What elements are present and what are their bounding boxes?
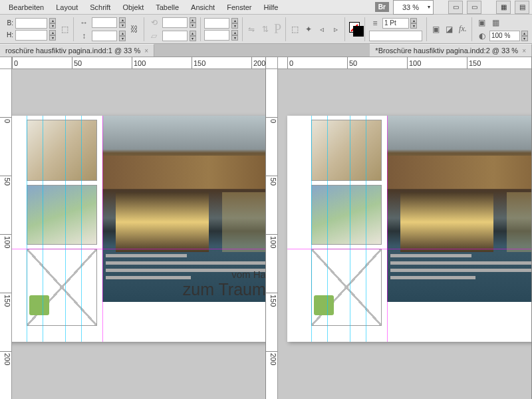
- width-field[interactable]: [15, 18, 47, 29]
- width-stepper[interactable]: ▴▾: [49, 18, 56, 29]
- height-stepper[interactable]: ▴▾: [49, 30, 56, 41]
- menu-objekt[interactable]: Objekt: [116, 1, 150, 13]
- guide[interactable]: [12, 249, 265, 249]
- select-content-icon[interactable]: ✦: [303, 23, 313, 35]
- ruler-horizontal[interactable]: 0 50 100 150 200 250: [12, 57, 265, 69]
- guide[interactable]: [327, 116, 328, 342]
- ruler-vertical[interactable]: 0 50 100 150 200: [0, 69, 12, 399]
- control-bar: B:▴▾ H:▴▾ ⬚ ↔▴▾ ↕▴▾ ⛓ ⟲▴▾ ▱▴▾ ▴▾ ▴▾ ⇋ ⇅ …: [0, 15, 532, 44]
- guide[interactable]: [102, 116, 103, 342]
- flip-h-icon[interactable]: ⇋: [247, 23, 256, 35]
- next-icon[interactable]: ▹: [331, 23, 340, 35]
- shear-icon: ▱: [148, 30, 160, 42]
- shear-field[interactable]: [162, 31, 188, 41]
- guide[interactable]: [350, 116, 350, 342]
- scale-y-field[interactable]: [92, 31, 117, 41]
- rotate-field[interactable]: [162, 17, 188, 28]
- menu-ansicht[interactable]: Ansicht: [185, 1, 221, 13]
- guide[interactable]: [43, 116, 43, 342]
- wrap-icon[interactable]: ▣: [476, 17, 488, 29]
- pane-right: 0 50 100 150 0 50 100 150 200 z: [266, 57, 532, 399]
- constrain-icon[interactable]: ⬚: [60, 23, 69, 35]
- scale-x-icon: ↔: [78, 17, 90, 29]
- view-mode-icon[interactable]: ▭: [448, 1, 463, 14]
- rotate-icon: ⟲: [148, 17, 160, 29]
- page[interactable]: z: [287, 116, 531, 342]
- opacity-icon: ◐: [476, 30, 488, 42]
- screen-mode-icon[interactable]: ▭: [467, 1, 481, 14]
- close-icon[interactable]: ×: [144, 47, 148, 55]
- zoom-select[interactable]: 33 %: [393, 0, 434, 15]
- canvas-right[interactable]: z: [278, 69, 531, 399]
- select-container-icon[interactable]: ⬚: [290, 23, 299, 35]
- guide[interactable]: [366, 116, 366, 342]
- guide[interactable]: [311, 116, 312, 342]
- canvas-left[interactable]: vom Haustraum zum Traumhaus: [12, 69, 265, 399]
- guide[interactable]: [287, 249, 531, 249]
- ruler-origin[interactable]: [266, 57, 278, 69]
- wrap2-icon[interactable]: ▦: [490, 17, 502, 29]
- width-height-group: B:▴▾ H:▴▾: [4, 18, 56, 41]
- opacity-field[interactable]: [489, 31, 520, 41]
- drop-shadow-icon[interactable]: ◪: [444, 23, 454, 35]
- guide[interactable]: [387, 116, 388, 342]
- stroke-weight-icon: ≡: [369, 17, 381, 29]
- prev-icon[interactable]: ◃: [317, 23, 327, 35]
- guide[interactable]: [27, 116, 27, 342]
- field-a[interactable]: [204, 18, 229, 29]
- headline[interactable]: vom Haustraum zum Traumhaus: [183, 269, 265, 299]
- menu-layout[interactable]: Layout: [50, 1, 84, 13]
- guide[interactable]: [65, 116, 66, 342]
- thumbnail-1[interactable]: [311, 120, 382, 181]
- stroke-style-field[interactable]: [369, 31, 422, 41]
- height-label: H:: [4, 31, 13, 39]
- height-field[interactable]: [15, 30, 47, 41]
- page[interactable]: vom Haustraum zum Traumhaus: [12, 116, 265, 342]
- link-icon[interactable]: ⛓: [130, 23, 139, 35]
- effects-icon[interactable]: ▣: [431, 23, 440, 35]
- pane-left: 0 50 100 150 200 250 0 50 100 150 200 vo: [0, 57, 266, 399]
- workspace-icon[interactable]: ▤: [515, 1, 529, 14]
- bridge-button[interactable]: Br: [375, 2, 389, 12]
- scale-x-field[interactable]: [92, 17, 117, 28]
- ruler-origin[interactable]: [0, 57, 12, 69]
- menu-bar: Bearbeiten Layout Schrift Objekt Tabelle…: [0, 0, 532, 15]
- eco-badge[interactable]: [29, 295, 49, 315]
- workspace: 0 50 100 150 200 250 0 50 100 150 200 vo: [0, 57, 532, 399]
- scale-y-icon: ↕: [78, 30, 90, 42]
- ruler-horizontal[interactable]: 0 50 100 150: [278, 57, 531, 69]
- width-label: B:: [4, 19, 13, 27]
- thumbnail-1[interactable]: [27, 120, 97, 181]
- field-b[interactable]: [204, 30, 229, 41]
- fill-stroke-icon[interactable]: [349, 22, 361, 37]
- ruler-vertical[interactable]: 0 50 100 150 200: [266, 69, 278, 399]
- document-tabs: roschüre hausfiktiv pagina.indd:1 @ 33 %…: [0, 44, 532, 57]
- paragraph-icon: P: [274, 21, 281, 37]
- menu-schrift[interactable]: Schrift: [84, 1, 116, 13]
- eco-badge[interactable]: [314, 295, 334, 315]
- stroke-weight-field[interactable]: [382, 18, 409, 29]
- menu-hilfe[interactable]: Hilfe: [257, 1, 284, 13]
- tab-doc-1[interactable]: roschüre hausfiktiv pagina.indd:1 @ 33 %…: [0, 44, 154, 57]
- thumbnail-2[interactable]: [311, 185, 382, 245]
- menu-tabelle[interactable]: Tabelle: [150, 1, 185, 13]
- close-icon[interactable]: ×: [522, 47, 526, 55]
- menu-fenster[interactable]: Fenster: [221, 1, 257, 13]
- flip-v-icon[interactable]: ⇅: [261, 23, 270, 35]
- guide[interactable]: [81, 116, 82, 342]
- menu-bearbeiten[interactable]: Bearbeiten: [3, 1, 50, 13]
- arrange-icon[interactable]: ▦: [496, 1, 511, 14]
- tab-doc-2[interactable]: *Broschüre hausfiktiv pagina.indd:2 @ 33…: [370, 44, 532, 57]
- fx-icon[interactable]: fx.: [458, 23, 467, 35]
- body-lines: [390, 254, 531, 283]
- thumbnail-2[interactable]: [27, 185, 97, 245]
